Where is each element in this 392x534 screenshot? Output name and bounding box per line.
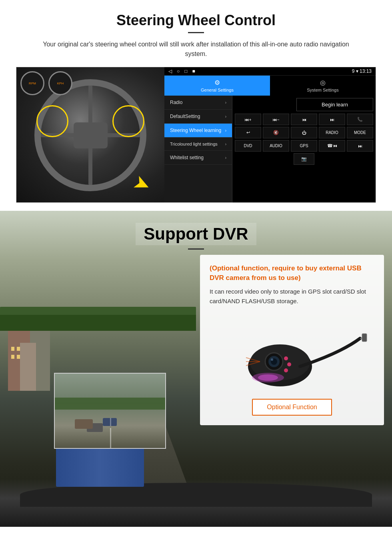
hedge-base bbox=[0, 315, 196, 331]
system-icon: ◎ bbox=[320, 79, 326, 86]
button-grid-row1: ⏮+ ⏮− ⏮ ⏭ 📞 bbox=[235, 114, 373, 125]
dvr-title-divider bbox=[188, 248, 204, 250]
btn-power[interactable]: ⏻ bbox=[291, 127, 317, 138]
btn-radio[interactable]: RADIO bbox=[319, 127, 345, 138]
svg-point-6 bbox=[284, 356, 288, 360]
menu-item-steering-wheel[interactable]: Steering Wheel learning › bbox=[164, 124, 232, 138]
begin-learn-button[interactable]: Begin learn bbox=[296, 98, 373, 111]
menu-item-whitelist[interactable]: Whitelist setting › bbox=[164, 151, 232, 165]
dvr-optional-text: (Optional function, require to buy exter… bbox=[210, 264, 374, 283]
tab-system-settings[interactable]: ◎ System Settings bbox=[270, 76, 376, 96]
btn-gps[interactable]: GPS bbox=[291, 140, 317, 152]
svg-rect-9 bbox=[362, 334, 367, 342]
menu-item-default-setting[interactable]: DefaultSetting › bbox=[164, 110, 232, 124]
chevron-icon: › bbox=[225, 100, 226, 105]
dvr-camera-svg bbox=[216, 314, 368, 390]
menu-icon[interactable]: ■ bbox=[192, 68, 195, 74]
android-menu: Radio › DefaultSetting › Steering Wheel … bbox=[164, 96, 232, 202]
dvr-title-block: Support DVR bbox=[0, 211, 392, 250]
statusbar-time: 9 ▾ 13:13 bbox=[352, 68, 372, 74]
menu-item-tricolour[interactable]: Tricoloured light settings › bbox=[164, 138, 232, 151]
dvr-section: Support DVR (Optional function, require … bbox=[0, 211, 392, 527]
btn-phone[interactable]: 📞 bbox=[347, 114, 373, 125]
tab-general-label: General Settings bbox=[201, 88, 234, 92]
home-icon[interactable]: ○ bbox=[177, 68, 180, 74]
btn-vol-up[interactable]: ⏮+ bbox=[235, 114, 261, 125]
button-grid-row4: 📷 bbox=[235, 153, 373, 165]
menu-item-radio[interactable]: Radio › bbox=[164, 96, 232, 110]
steering-wheel-bg: ➤ RPM KPH bbox=[16, 67, 164, 203]
steering-demo: ➤ RPM KPH ◁ ○ □ ■ 9 ▾ 13:13 bbox=[16, 67, 376, 203]
btn-vol-down[interactable]: ⏮− bbox=[263, 114, 289, 125]
statusbar-nav-icons: ◁ ○ □ ■ bbox=[168, 68, 195, 74]
svg-point-5 bbox=[271, 358, 273, 361]
dvr-info-card: (Optional function, require to buy exter… bbox=[200, 255, 384, 425]
recents-icon[interactable]: □ bbox=[184, 68, 187, 74]
btn-audio[interactable]: AUDIO bbox=[263, 140, 289, 152]
steering-wheel-section: Steering Wheel Control Your original car… bbox=[0, 0, 392, 211]
yellow-arrow-icon: ➤ bbox=[130, 170, 155, 198]
chevron-icon: › bbox=[225, 128, 226, 133]
btn-hangup[interactable]: ↩ bbox=[235, 127, 261, 138]
android-tabs: ⚙ General Settings ◎ System Settings bbox=[164, 76, 376, 96]
chevron-icon: › bbox=[225, 114, 226, 119]
android-content-panel: Begin learn ⏮+ ⏮− ⏮ ⏭ 📞 ↩ 🔇 ⏻ bbox=[232, 96, 376, 202]
tab-general-settings[interactable]: ⚙ General Settings bbox=[164, 76, 270, 96]
svg-point-11 bbox=[258, 374, 278, 381]
dvr-feed-inner bbox=[55, 374, 165, 448]
android-statusbar: ◁ ○ □ ■ 9 ▾ 13:13 bbox=[164, 67, 376, 76]
dvr-section-title: Support DVR bbox=[136, 223, 256, 245]
dvr-small-feed bbox=[54, 373, 166, 449]
btn-prev[interactable]: ⏮ bbox=[291, 114, 317, 125]
back-icon[interactable]: ◁ bbox=[168, 68, 172, 74]
android-body: Radio › DefaultSetting › Steering Wheel … bbox=[164, 96, 376, 202]
optional-function-button[interactable]: Optional Function bbox=[252, 399, 332, 416]
btn-phone-prev[interactable]: ☎⏮ bbox=[319, 140, 345, 152]
section-subtitle: Your original car's steering wheel contr… bbox=[32, 40, 360, 59]
svg-point-7 bbox=[287, 362, 291, 366]
instrument-cluster: RPM KPH bbox=[20, 71, 72, 95]
btn-next[interactable]: ⏭ bbox=[319, 114, 345, 125]
chevron-icon: › bbox=[225, 156, 226, 160]
dvr-desc-text: It can record video only to storage in G… bbox=[210, 287, 374, 306]
dvr-camera-illustration bbox=[210, 312, 374, 392]
btn-mute[interactable]: 🔇 bbox=[263, 127, 289, 138]
page-title: Steering Wheel Control bbox=[16, 12, 376, 29]
android-ui-panel: ◁ ○ □ ■ 9 ▾ 13:13 ⚙ General Settings ◎ S… bbox=[164, 67, 376, 202]
button-grid-row3: DVD AUDIO GPS ☎⏮ ⏭ bbox=[235, 140, 373, 152]
svg-point-8 bbox=[284, 368, 288, 372]
wheel-hub bbox=[74, 122, 108, 148]
chevron-icon: › bbox=[225, 142, 226, 146]
btn-dvd[interactable]: DVD bbox=[235, 140, 261, 152]
btn-camera[interactable]: 📷 bbox=[294, 153, 314, 165]
tab-system-label: System Settings bbox=[307, 88, 338, 92]
btn-phone-next[interactable]: ⏭ bbox=[347, 140, 373, 152]
steering-wheel-image: ➤ RPM KPH bbox=[16, 67, 164, 203]
button-grid-row2: ↩ 🔇 ⏻ RADIO MODE bbox=[235, 127, 373, 138]
title-divider bbox=[188, 32, 204, 33]
yellow-circle-left bbox=[36, 105, 68, 137]
btn-mode[interactable]: MODE bbox=[347, 127, 373, 138]
yellow-circle-right bbox=[112, 105, 144, 137]
gear-icon: ⚙ bbox=[214, 79, 220, 86]
begin-learn-row: Begin learn bbox=[235, 98, 373, 111]
